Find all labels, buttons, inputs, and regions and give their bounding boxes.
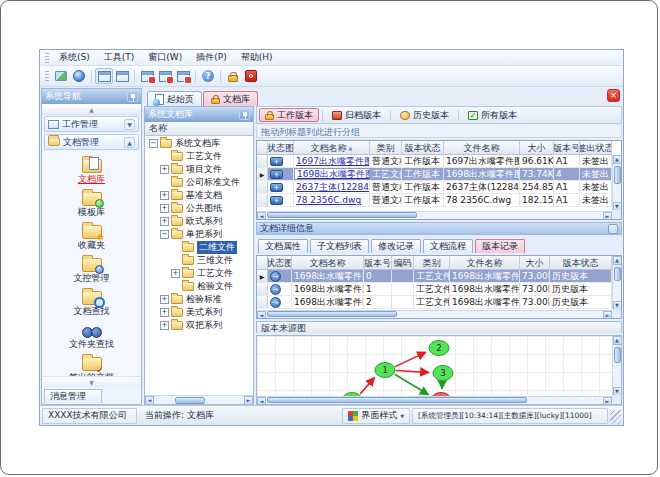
version-graph-svg[interactable]: 01234 — [257, 336, 602, 405]
tree-node-单把系列[interactable]: −单把系列 — [145, 228, 253, 241]
close-other-windows-button[interactable] — [174, 68, 192, 84]
tab-文档库[interactable]: 文档库 — [203, 91, 258, 106]
tree-node-公共图纸[interactable]: +公共图纸 — [145, 202, 253, 215]
scroll-left-icon[interactable]: ◄ — [257, 311, 266, 319]
sidebar-item-文控管理[interactable]: 文控管理 — [46, 253, 138, 284]
resize-grip[interactable] — [610, 410, 621, 424]
version-node-3[interactable]: 3 — [433, 366, 453, 381]
sidebar-item-签出的文档[interactable]: 签出的文档 — [46, 352, 138, 376]
detail-tab-文档流程[interactable]: 文档流程 — [423, 239, 473, 253]
documents-vertical-scrollbar[interactable]: ▲ ▼ — [612, 155, 621, 211]
scroll-left-icon[interactable]: ◄ — [145, 396, 154, 405]
所有版本-button[interactable]: ✓所有版本 — [462, 108, 523, 122]
column-header-状态图[interactable]: 状态图 — [268, 256, 292, 269]
collapse-icon[interactable]: − — [160, 230, 169, 239]
table-row[interactable]: +78 2356C.dwg普通文档工作版本78 2356C.dwg182.15K… — [257, 194, 612, 207]
scroll-right-icon[interactable]: ► — [603, 212, 612, 220]
interface-style-button[interactable]: 界面样式 ▼ — [342, 408, 410, 424]
expand-icon[interactable]: + — [160, 295, 169, 304]
tree-column-header[interactable]: 名称 — [145, 122, 253, 136]
menu-item-0[interactable]: 系统(S) — [52, 50, 97, 65]
sidebar-collapse-strip[interactable]: ▲ — [42, 104, 141, 115]
sidebar-item-文档库[interactable]: 文档库 — [46, 154, 138, 185]
scroll-left-icon[interactable]: ◄ — [257, 212, 266, 220]
tab-起始页[interactable]: 起始页 — [147, 91, 202, 106]
column-header-版本状态[interactable]: 版本状态 — [550, 256, 612, 269]
scrollbar-thumb[interactable] — [175, 397, 205, 404]
scroll-right-icon[interactable]: ► — [603, 311, 612, 319]
工作版本-button[interactable]: 工作版本 — [259, 108, 319, 122]
scrollbar-thumb[interactable] — [614, 166, 621, 184]
tree-horizontal-scrollbar[interactable]: ◄ ► — [145, 395, 253, 404]
graph-vertical-scrollbar[interactable]: ▲ ▼ — [612, 336, 621, 396]
expand-icon[interactable]: + — [160, 308, 169, 317]
graph-horizontal-scrollbar[interactable]: ◄ ► — [257, 396, 612, 404]
tree-node-系统文档库[interactable]: −系统文档库 — [145, 137, 253, 150]
sidebar-item-文件夹查找[interactable]: 文件夹查找 — [46, 319, 138, 350]
column-header-类别[interactable]: 类别 — [414, 256, 450, 269]
lock-button[interactable] — [224, 68, 242, 84]
documents-horizontal-scrollbar[interactable]: ◄ ► — [257, 211, 612, 219]
tree-node-工艺文件[interactable]: 工艺文件 — [145, 150, 253, 163]
globe-button[interactable] — [70, 68, 88, 84]
version-node-2[interactable]: 2 — [429, 341, 449, 356]
sidebar-item-文档查找[interactable]: 文档查找 — [46, 286, 138, 317]
versions-vertical-scrollbar[interactable]: ▲ ▼ — [612, 256, 621, 310]
pin-icon[interactable] — [127, 91, 138, 102]
table-row[interactable]: ▶+1698出水嘴零件图.dwg工艺文件工作版本1698出水嘴零件图.dwg73… — [257, 168, 612, 181]
tree-node-双把系列[interactable]: +双把系列 — [145, 319, 253, 332]
tree-node-三维文件[interactable]: 三维文件 — [145, 254, 253, 267]
chevron-up-icon[interactable]: ▲ — [124, 137, 135, 148]
scroll-left-icon[interactable]: ◄ — [257, 397, 266, 405]
expand-icon[interactable]: + — [171, 269, 180, 278]
scroll-right-icon[interactable]: ► — [603, 397, 612, 405]
cascade-window-button[interactable] — [95, 68, 113, 84]
column-header-文件名称[interactable]: 文件名称 — [444, 141, 520, 154]
toolbar-grip[interactable] — [45, 71, 49, 81]
sidebar-group-work[interactable]: 工作管理 ▼ — [44, 116, 139, 132]
table-row[interactable]: ▶→1698出水嘴零件图.dwg0工艺文件1698出水嘴零件图.dwg73.00… — [257, 270, 612, 283]
image-button[interactable] — [52, 68, 70, 84]
versions-horizontal-scrollbar[interactable]: ◄ ► — [257, 310, 612, 318]
tree-node-项目文件[interactable]: +项目文件 — [145, 163, 253, 176]
tree-node-美式系列[interactable]: +美式系列 — [145, 306, 253, 319]
message-management-tab[interactable]: 消息管理 — [44, 389, 102, 403]
column-header-状态图[interactable]: 状态图 — [268, 141, 294, 154]
归档版本-button[interactable]: 归档版本 — [326, 108, 387, 122]
column-header-文件名称[interactable]: 文件名称 — [450, 256, 520, 269]
tree-node-工艺文件[interactable]: +工艺文件 — [145, 267, 253, 280]
scrollbar-thumb[interactable] — [267, 212, 417, 218]
tree-node-检验标准[interactable]: +检验标准 — [145, 293, 253, 306]
column-header-版本号[interactable]: 版本号 — [554, 141, 580, 154]
sidebar-item-模板库[interactable]: 模板库 — [46, 187, 138, 218]
menu-item-3[interactable]: 插件(P) — [189, 50, 233, 65]
column-header-版本状态[interactable]: 版本状态 — [402, 141, 444, 154]
detail-tab-修改记录[interactable]: 修改记录 — [371, 239, 421, 253]
chevron-down-icon[interactable]: ▼ — [124, 119, 135, 130]
column-header-签出状态[interactable]: 签出状态 — [580, 141, 612, 154]
scrollbar-thumb[interactable] — [267, 397, 527, 403]
tree-node-基准文档[interactable]: +基准文档 — [145, 189, 253, 202]
scroll-up-icon[interactable]: ▲ — [613, 155, 622, 164]
column-header-文档名称[interactable]: 文档名称 — [292, 256, 364, 269]
column-header-大小[interactable]: 大小 — [520, 256, 550, 269]
detail-tab-子文档列表[interactable]: 子文档列表 — [310, 239, 369, 253]
tree-node-检验文件[interactable]: 检验文件 — [145, 280, 253, 293]
scroll-up-icon[interactable]: ▲ — [613, 336, 622, 345]
scrollbar-thumb[interactable] — [614, 267, 621, 281]
collapse-icon[interactable]: − — [149, 139, 158, 148]
expand-icon[interactable]: + — [160, 321, 169, 330]
table-row[interactable]: +2637主体(12284).dwg普通文档工作版本2637主体(12284).… — [257, 181, 612, 194]
expand-icon[interactable]: + — [160, 204, 169, 213]
menu-item-1[interactable]: 工具(T) — [97, 50, 142, 65]
column-header-类别[interactable]: 类别 — [370, 141, 402, 154]
sidebar-item-收藏夹[interactable]: 收藏夹 — [46, 220, 138, 251]
历史版本-button[interactable]: 历史版本 — [394, 108, 455, 122]
tree-node-二维文件[interactable]: 二维文件 — [145, 241, 253, 254]
detail-tab-文档属性[interactable]: 文档属性 — [258, 239, 308, 253]
close-all-windows-button[interactable] — [156, 68, 174, 84]
tree-node-公司标准文件[interactable]: 公司标准文件 — [145, 176, 253, 189]
menu-grip[interactable] — [45, 53, 49, 63]
menu-item-4[interactable]: 帮助(H) — [234, 50, 280, 65]
column-header-版本号[interactable]: 版本号 — [364, 256, 392, 269]
